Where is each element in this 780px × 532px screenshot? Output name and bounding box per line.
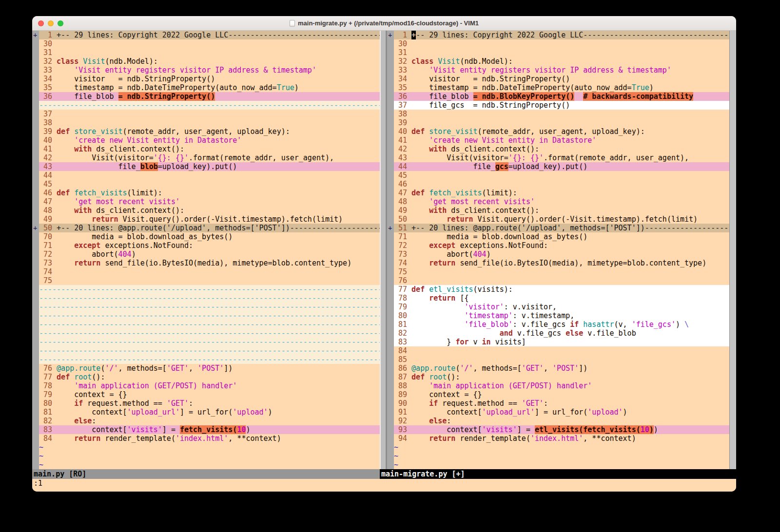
- minimize-button[interactable]: [48, 20, 54, 26]
- right-code-line-37[interactable]: 37 file_gcs = ndb.StringProperty(): [394, 101, 729, 110]
- left-code-line-72[interactable]: 72 abort(404): [39, 250, 380, 259]
- scrollbar[interactable]: [729, 31, 736, 469]
- right-code-line-36[interactable]: 36 file_blob = ndb.BlobKeyProperty() # b…: [394, 92, 729, 101]
- right-code-line-81[interactable]: 81 'file_blob': v.file_gcs if hasattr(v,…: [394, 320, 729, 329]
- command-line[interactable]: :1: [32, 479, 736, 492]
- fold-marker-icon[interactable]: +: [33, 31, 39, 39]
- right-code-line-40[interactable]: 40def store_visit(remote_addr, user_agen…: [394, 127, 729, 136]
- left-code-line-46[interactable]: 46def fetch_visits(limit):: [39, 189, 380, 197]
- right-code-line-47[interactable]: 47def fetch_visits(limit):: [394, 189, 729, 197]
- right-code-line-83[interactable]: 83 } for v in visits]: [394, 338, 729, 346]
- left-empty-line[interactable]: ~: [39, 443, 380, 452]
- right-code-line-79[interactable]: 79 'visitor': v.visitor,: [394, 303, 729, 311]
- left-code-line-35[interactable]: 35 timestamp = ndb.DateTimeProperty(auto…: [39, 83, 380, 92]
- left-empty-line[interactable]: ~: [39, 460, 380, 469]
- left-empty-line[interactable]: ~: [39, 452, 380, 460]
- right-code-line-43[interactable]: 43 Visit(visitor='{}: {}'.format(remote_…: [394, 153, 729, 162]
- left-diff-filler-line[interactable]: ----------------------------------------…: [39, 311, 380, 320]
- right-code-line-74[interactable]: 74 return send_file(io.BytesIO(media), m…: [394, 259, 729, 267]
- left-code-line-47[interactable]: 47 'get most recent visits': [39, 197, 380, 206]
- right-code-line-51[interactable]: 51+-- 20 lines: @app.route('/upload', me…: [394, 224, 729, 232]
- zoom-button[interactable]: [58, 20, 63, 26]
- statusline-right[interactable]: main-migrate.py [+]: [380, 469, 736, 479]
- left-code-line-71[interactable]: 71 except exceptions.NotFound:: [39, 241, 380, 250]
- right-code-line-42[interactable]: 42 with ds_client.context():: [394, 145, 729, 153]
- left-code-line-39[interactable]: 39def store_visit(remote_addr, user_agen…: [39, 127, 380, 136]
- right-code-line-41[interactable]: 41 'create new Visit entity in Datastore…: [394, 136, 729, 145]
- right-code-line-85[interactable]: 85: [394, 355, 729, 364]
- left-code-line-48[interactable]: 48 with ds_client.context():: [39, 206, 380, 215]
- right-code-line-90[interactable]: 90 if request.method == 'GET':: [394, 399, 729, 408]
- right-code-line-94[interactable]: 94 return render_template('index.html', …: [394, 434, 729, 443]
- left-code-line-77[interactable]: 77def root():: [39, 373, 380, 381]
- left-code-line-49[interactable]: 49 return Visit.query().order(-Visit.tim…: [39, 215, 380, 224]
- right-code-line-50[interactable]: 50 return Visit.query().order(-Visit.tim…: [394, 215, 729, 224]
- left-code-line-45[interactable]: 45: [39, 180, 380, 189]
- left-diff-filler-line[interactable]: ----------------------------------------…: [39, 285, 380, 294]
- left-diff-filler-line[interactable]: ----------------------------------------…: [39, 303, 380, 311]
- right-code-line-32[interactable]: 32class Visit(ndb.Model):: [394, 57, 729, 66]
- left-code-line-42[interactable]: 42 Visit(visitor='{}: {}'.format(remote_…: [39, 153, 380, 162]
- right-code-line-86[interactable]: 86@app.route('/', methods=['GET', 'POST'…: [394, 364, 729, 373]
- left-code-line-1[interactable]: 1+-- 29 lines: Copyright 2022 Google LLC…: [39, 31, 380, 39]
- left-code-line-32[interactable]: 32class Visit(ndb.Model):: [39, 57, 380, 66]
- right-code-line-1[interactable]: 1+-- 29 lines: Copyright 2022 Google LLC…: [394, 31, 729, 39]
- right-code-line-84[interactable]: 84: [394, 346, 729, 355]
- left-code-area[interactable]: 1+-- 29 lines: Copyright 2022 Google LLC…: [39, 31, 380, 469]
- fold-marker-icon[interactable]: +: [388, 224, 394, 232]
- left-code-line-50[interactable]: 50+-- 20 lines: @app.route('/upload', me…: [39, 224, 380, 232]
- right-code-line-77[interactable]: 77def etl_visits(visits):: [394, 285, 729, 294]
- right-code-line-82[interactable]: 82 and v.file_gcs else v.file_blob: [394, 329, 729, 338]
- right-code-line-31[interactable]: 31: [394, 48, 729, 57]
- right-code-line-91[interactable]: 91 context['upload_url'] = url_for('uplo…: [394, 408, 729, 417]
- left-code-line-78[interactable]: 78 'main application (GET/POST) handler': [39, 381, 380, 390]
- left-code-line-31[interactable]: 31: [39, 48, 380, 57]
- left-code-line-73[interactable]: 73 return send_file(io.BytesIO(media), m…: [39, 259, 380, 267]
- left-code-line-36[interactable]: 36 file_blob = ndb.StringProperty(): [39, 92, 380, 101]
- left-diff-filler-line[interactable]: ----------------------------------------…: [39, 294, 380, 303]
- left-code-line-79[interactable]: 79 context = {}: [39, 390, 380, 399]
- right-code-line-49[interactable]: 49 with ds_client.context():: [394, 206, 729, 215]
- left-code-line-30[interactable]: 30: [39, 39, 380, 48]
- right-code-line-80[interactable]: 80 'timestamp': v.timestamp,: [394, 311, 729, 320]
- right-code-line-76[interactable]: 76: [394, 276, 729, 285]
- left-diff-filler-line[interactable]: ----------------------------------------…: [39, 320, 380, 329]
- right-code-line-87[interactable]: 87def root():: [394, 373, 729, 381]
- left-code-line-83[interactable]: 83 context['visits'] = fetch_visits(10): [39, 425, 380, 434]
- left-code-line-82[interactable]: 82 else:: [39, 417, 380, 425]
- close-button[interactable]: [38, 20, 44, 26]
- right-empty-line[interactable]: ~: [394, 460, 729, 469]
- statusline-left[interactable]: main.py [RO]: [32, 469, 380, 479]
- left-code-line-33[interactable]: 33 'Visit entity registers visitor IP ad…: [39, 66, 380, 75]
- left-code-line-75[interactable]: 75: [39, 276, 380, 285]
- left-code-line-38[interactable]: 38: [39, 118, 380, 127]
- left-code-line-44[interactable]: 44: [39, 171, 380, 180]
- left-code-line-34[interactable]: 34 visitor = ndb.StringProperty(): [39, 75, 380, 83]
- right-code-line-71[interactable]: 71 media = blob.download_as_bytes(): [394, 232, 729, 241]
- right-code-line-45[interactable]: 45: [394, 171, 729, 180]
- left-diff-filler-line[interactable]: ----------------------------------------…: [39, 329, 380, 338]
- right-code-line-44[interactable]: 44 file_gcs=upload_key).put(): [394, 162, 729, 171]
- left-diff-filler-line[interactable]: ----------------------------------------…: [39, 355, 380, 364]
- right-empty-line[interactable]: ~: [394, 452, 729, 460]
- right-code-line-34[interactable]: 34 visitor = ndb.StringProperty(): [394, 75, 729, 83]
- left-code-line-84[interactable]: 84 return render_template('index.html', …: [39, 434, 380, 443]
- left-code-line-81[interactable]: 81 context['upload_url'] = url_for('uplo…: [39, 408, 380, 417]
- fold-marker-icon[interactable]: +: [33, 224, 39, 232]
- right-code-line-39[interactable]: 39: [394, 118, 729, 127]
- left-fold-column[interactable]: ++: [32, 31, 39, 469]
- right-code-line-35[interactable]: 35 timestamp = ndb.DateTimeProperty(auto…: [394, 83, 729, 92]
- left-code-line-70[interactable]: 70 media = blob.download_as_bytes(): [39, 232, 380, 241]
- left-code-line-43[interactable]: 43 file_blob=upload_key).put(): [39, 162, 380, 171]
- right-code-line-88[interactable]: 88 'main application (GET/POST) handler': [394, 381, 729, 390]
- right-code-line-93[interactable]: 93 context['visits'] = etl_visits(fetch_…: [394, 425, 729, 434]
- right-code-line-72[interactable]: 72 except exceptions.NotFound:: [394, 241, 729, 250]
- right-code-line-33[interactable]: 33 'Visit entity registers visitor IP ad…: [394, 66, 729, 75]
- right-code-line-75[interactable]: 75: [394, 267, 729, 276]
- right-code-line-38[interactable]: 38: [394, 110, 729, 118]
- left-diff-filler-line[interactable]: ----------------------------------------…: [39, 101, 380, 110]
- left-diff-filler-line[interactable]: ----------------------------------------…: [39, 346, 380, 355]
- titlebar[interactable]: main-migrate.py + (/private/tmp/mod16-cl…: [32, 16, 736, 31]
- left-code-line-37[interactable]: 37: [39, 110, 380, 118]
- right-code-line-78[interactable]: 78 return [{: [394, 294, 729, 303]
